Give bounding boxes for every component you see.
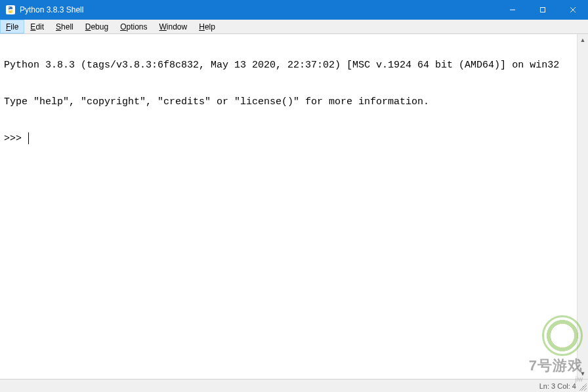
text-cursor: [28, 132, 29, 144]
shell-banner-line-1: Python 3.8.3 (tags/v3.8.3:6f8c832, May 1…: [4, 58, 584, 73]
shell-prompt: >>>: [4, 133, 28, 144]
maximize-button[interactable]: [528, 0, 558, 20]
python-idle-icon: [5, 5, 16, 15]
scroll-down-arrow-icon[interactable]: ▼: [578, 368, 588, 379]
menu-help[interactable]: Help: [193, 20, 221, 33]
vertical-scrollbar[interactable]: ▲ ▼: [577, 34, 588, 379]
menubar: File Edit Shell Debug Options Window Hel…: [0, 20, 588, 34]
minimize-button[interactable]: [497, 0, 528, 20]
window-controls: [497, 0, 588, 20]
titlebar[interactable]: Python 3.8.3 Shell: [0, 0, 588, 20]
menu-debug[interactable]: Debug: [79, 20, 114, 33]
shell-text-area[interactable]: Python 3.8.3 (tags/v3.8.3:6f8c832, May 1…: [0, 34, 588, 379]
menu-edit[interactable]: Edit: [24, 20, 50, 33]
close-button[interactable]: [558, 0, 588, 20]
scroll-up-arrow-icon[interactable]: ▲: [578, 34, 588, 45]
shell-prompt-line: >>>: [4, 132, 584, 146]
shell-banner-line-2: Type "help", "copyright", "credits" or "…: [4, 95, 584, 109]
resize-grip[interactable]: [579, 383, 587, 391]
svg-rect-4: [541, 8, 545, 12]
scroll-track[interactable]: [578, 45, 588, 368]
menu-options[interactable]: Options: [114, 20, 153, 33]
cursor-position: Ln: 3 Col: 4: [539, 382, 576, 390]
statusbar: Ln: 3 Col: 4: [0, 379, 588, 392]
menu-window[interactable]: Window: [154, 20, 194, 33]
menu-file[interactable]: File: [0, 20, 24, 33]
window-title: Python 3.8.3 Shell: [20, 5, 83, 14]
svg-point-1: [9, 7, 10, 9]
menu-shell[interactable]: Shell: [50, 20, 79, 33]
svg-point-2: [11, 12, 12, 13]
